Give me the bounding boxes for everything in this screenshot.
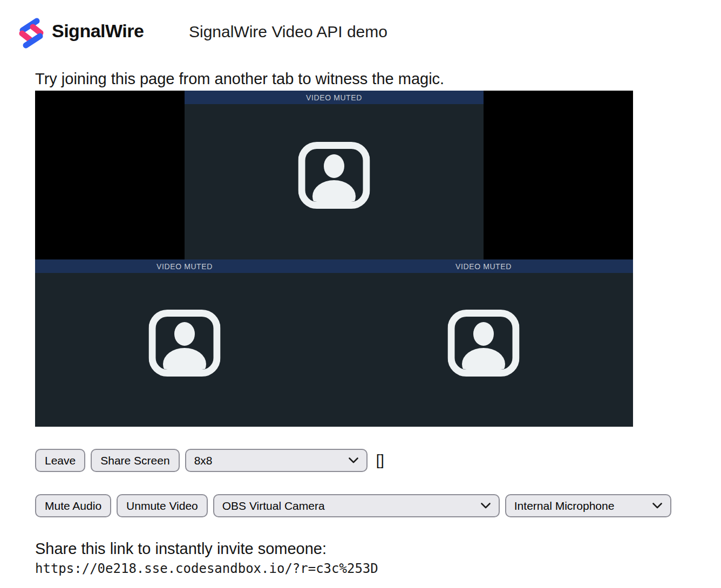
microphone-select[interactable]: Internal Microphone xyxy=(505,494,671,517)
unmute-video-button[interactable]: Unmute Video xyxy=(117,494,208,517)
video-tile-bottom-right: VIDEO MUTED xyxy=(334,259,633,427)
controls-row-devices: Mute Audio Unmute Video OBS Virtual Came… xyxy=(35,494,671,517)
video-muted-label: VIDEO MUTED xyxy=(455,262,512,271)
share-link-label: Share this link to instantly invite some… xyxy=(35,540,327,558)
layout-select[interactable]: 8x8 xyxy=(185,449,368,472)
intro-text: Try joining this page from another tab t… xyxy=(35,70,444,88)
microphone-select-value: Internal Microphone xyxy=(514,500,615,512)
share-screen-button[interactable]: Share Screen xyxy=(91,449,179,472)
page-title: SignalWire Video API demo xyxy=(189,23,387,41)
video-tile-bottom-left: VIDEO MUTED xyxy=(35,259,334,427)
camera-select[interactable]: OBS Virtual Camera xyxy=(213,494,500,517)
video-muted-label: VIDEO MUTED xyxy=(157,262,213,271)
signalwire-demo-page: SignalWire SignalWire Video API demo Try… xyxy=(0,0,721,588)
brand-wordmark: SignalWire xyxy=(52,20,144,42)
layout-brackets-text: [] xyxy=(376,452,384,469)
video-muted-label: VIDEO MUTED xyxy=(306,93,362,102)
video-tile-top: VIDEO MUTED xyxy=(185,91,484,259)
chevron-down-icon xyxy=(349,457,358,463)
person-avatar-icon xyxy=(298,142,370,209)
video-grid: VIDEO MUTED VIDEO MUTED xyxy=(35,91,633,427)
video-muted-banner: VIDEO MUTED xyxy=(185,91,484,104)
chevron-down-icon xyxy=(652,503,662,509)
share-link-url[interactable]: https://0e218.sse.codesandbox.io/?r=c3c%… xyxy=(35,561,378,576)
video-muted-banner: VIDEO MUTED xyxy=(35,259,334,273)
layout-select-value: 8x8 xyxy=(194,454,213,467)
leave-button[interactable]: Leave xyxy=(35,449,85,472)
person-avatar-icon xyxy=(448,310,520,377)
person-avatar-icon xyxy=(149,310,221,377)
chevron-down-icon xyxy=(481,503,491,509)
video-muted-banner: VIDEO MUTED xyxy=(334,259,633,273)
mute-audio-button[interactable]: Mute Audio xyxy=(35,494,111,517)
signalwire-logo-icon xyxy=(16,18,46,48)
camera-select-value: OBS Virtual Camera xyxy=(222,500,325,512)
controls-row-primary: Leave Share Screen 8x8 [] xyxy=(35,449,384,472)
